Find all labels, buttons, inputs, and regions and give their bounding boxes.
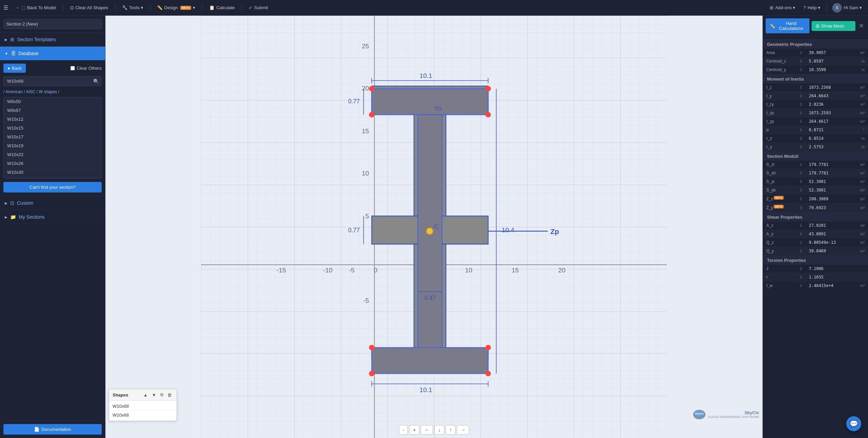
prop-unit-cell: in⁴ <box>851 109 868 117</box>
search-icon[interactable]: 🔍 <box>93 79 99 84</box>
shapes-panel-item[interactable]: W10x68 <box>109 411 177 419</box>
tools-btn[interactable]: 🔧 Tools ▾ <box>119 4 147 12</box>
prop-info-icon[interactable]: ℹ <box>797 203 805 212</box>
svg-text:Zp: Zp <box>550 228 559 235</box>
hamburger-menu[interactable]: ☰ <box>3 4 8 11</box>
clear-all-shapes-btn[interactable]: ⊡ Clear All Shapes <box>67 4 112 12</box>
shapes-list: W10x68W10x68 <box>109 401 177 421</box>
prop-value-cell: 6.8514 <box>805 134 851 143</box>
prop-info-icon[interactable]: ℹ <box>797 273 805 282</box>
calculate-btn[interactable]: 📋 Calculate <box>206 4 238 12</box>
shape-list[interactable]: W6x50W8x67W10x12W10x15W10x17W10x19W10x22… <box>3 97 102 179</box>
canvas-nav-buttons: - + ← ↓ ↑ → <box>105 425 763 435</box>
prop-section-title-1: Moment of Inertia <box>763 74 868 83</box>
help-btn[interactable]: ? Help ▾ <box>800 4 824 12</box>
prop-info-icon[interactable]: ℹ <box>797 221 805 230</box>
hand-calculations-button[interactable]: ✏️ Hand Calculations <box>766 18 809 33</box>
shape-list-item[interactable]: W10x15 <box>4 124 101 133</box>
shape-list-item[interactable]: W10x19 <box>4 141 101 150</box>
pan-left-btn[interactable]: ← <box>421 425 433 435</box>
back-label: Back <box>12 66 22 71</box>
prop-value-cell: 52.3081 <box>805 178 850 186</box>
clear-others-checkbox[interactable] <box>70 66 75 70</box>
shape-list-item[interactable]: W6x50 <box>4 97 101 106</box>
prop-info-icon[interactable]: ℹ <box>797 49 805 57</box>
prop-row: A_zℹ27.0201in² <box>763 221 868 230</box>
pan-right-btn[interactable]: → <box>457 425 469 435</box>
database-section: ▼ 🗄 Database ● Back Clear Others <box>0 47 105 196</box>
section-templates-header[interactable]: ▶ ⊞ Section Templates <box>0 33 105 46</box>
prop-info-icon[interactable]: ℹ <box>797 186 805 195</box>
prop-info-icon[interactable]: ℹ <box>797 195 805 203</box>
shapes-copy-btn[interactable]: ⧉ <box>159 391 165 398</box>
shape-list-item[interactable]: W10x22 <box>4 150 101 159</box>
pan-down-btn[interactable]: ↓ <box>434 425 444 435</box>
shapes-move-up-btn[interactable]: ▲ <box>142 391 149 398</box>
prop-info-icon[interactable]: ℹ <box>797 265 805 273</box>
prop-info-icon[interactable]: ℹ <box>797 117 805 126</box>
pan-up-btn[interactable]: ↑ <box>446 425 455 435</box>
addons-btn[interactable]: ⊞ Add-ons ▾ <box>766 4 799 12</box>
prop-info-icon[interactable]: ℹ <box>797 282 805 290</box>
zoom-out-btn[interactable]: - <box>399 425 408 435</box>
shapes-move-down-btn[interactable]: ▼ <box>150 391 157 398</box>
shape-list-item[interactable]: W10x17 <box>4 133 101 141</box>
database-header[interactable]: ▼ 🗄 Database <box>0 47 105 60</box>
prop-info-icon[interactable]: ℹ <box>797 92 805 100</box>
documentation-button[interactable]: 📄 Documentation <box>3 424 102 435</box>
prop-info-icon[interactable]: ℹ <box>797 66 805 74</box>
prop-info-icon[interactable]: ℹ <box>797 230 805 238</box>
shape-list-item[interactable]: W8x67 <box>4 106 101 115</box>
close-right-panel-button[interactable]: ✕ <box>857 21 865 31</box>
prop-row: S_zbℹ179.7781in³ <box>763 169 868 178</box>
shapes-panel-item[interactable]: W10x68 <box>109 402 177 411</box>
my-sections-label: My Sections <box>19 214 45 220</box>
skyciv-logo-line1: SkyCiv <box>708 410 759 415</box>
shape-list-item[interactable]: W10x30 <box>4 168 101 177</box>
back-button[interactable]: ● Back <box>3 64 26 73</box>
zoom-in-btn[interactable]: + <box>409 425 419 435</box>
right-panel-header: ✏️ Hand Calculations ⊞ Show Mesh ✕ <box>763 16 868 36</box>
section-select[interactable]: Section 1 Section 2 (New) Section 3 <box>3 19 102 29</box>
shape-list-item[interactable]: W10x33 <box>4 177 101 179</box>
canvas-area[interactable]: 25 20 15 10 5 -5 -15 -10 -5 0 5 10 15 20 <box>105 16 763 438</box>
prop-name-cell: I_zp <box>763 109 797 117</box>
back-to-model-btn[interactable]: ← ⬚ Back To Model <box>12 4 60 12</box>
search-input[interactable] <box>3 76 102 86</box>
prop-info-icon[interactable]: ℹ <box>797 57 805 66</box>
prop-info-icon[interactable]: ℹ <box>797 169 805 178</box>
prop-table-0: Areaℹ39.9057in²Centroid_zℹ5.0597inCentro… <box>763 49 868 74</box>
prop-info-icon[interactable]: ℹ <box>797 143 805 151</box>
prop-row: A_yℹ43.0091in² <box>763 230 868 238</box>
user-menu[interactable]: S Hi Sam ▾ <box>830 2 865 14</box>
my-sections-header[interactable]: ▶ 📁 My Sections <box>0 210 105 224</box>
prop-info-icon[interactable]: ℹ <box>797 109 805 117</box>
custom-header[interactable]: ▶ ⊡ Custom <box>0 196 105 210</box>
shapes-delete-btn[interactable]: 🗑 <box>166 391 173 398</box>
prop-info-icon[interactable]: ℹ <box>797 161 805 169</box>
svg-point-27 <box>369 86 374 91</box>
prop-info-icon[interactable]: ℹ <box>797 126 805 134</box>
prop-info-icon[interactable]: ℹ <box>797 238 805 247</box>
prop-row: I_zpℹ1873.2593in⁴ <box>763 109 868 117</box>
prop-info-icon[interactable]: ℹ <box>797 83 805 92</box>
submit-btn[interactable]: ✓ Submit <box>245 4 271 12</box>
shape-list-item[interactable]: W10x26 <box>4 159 101 168</box>
chat-bubble[interactable]: 💬 <box>846 416 861 431</box>
prop-info-icon[interactable]: ℹ <box>797 178 805 186</box>
prop-info-icon[interactable]: ℹ <box>797 134 805 143</box>
prop-value-cell: 52.3081 <box>805 186 850 195</box>
prop-name-cell: Centroid_z <box>763 57 797 66</box>
main-layout: Section 1 Section 2 (New) Section 3 ▶ ⊞ … <box>0 16 868 438</box>
back-arrow-icon: ← ⬚ <box>16 5 26 10</box>
prop-table-1: I_zℹ1873.2568in⁴I_yℹ264.6643in⁴I_zyℹ2.02… <box>763 83 868 151</box>
my-sections-section: ▶ 📁 My Sections <box>0 210 105 224</box>
prop-info-icon[interactable]: ℹ <box>797 100 805 109</box>
svg-point-31 <box>369 345 374 350</box>
prop-info-icon[interactable]: ℹ <box>797 247 805 255</box>
design-btn[interactable]: ✏️ Design BETA ▾ <box>154 4 199 12</box>
cant-find-button[interactable]: Can't find your section? <box>3 182 102 192</box>
db-controls: ● Back Clear Others <box>3 64 102 73</box>
show-mesh-button[interactable]: ⊞ Show Mesh <box>812 21 855 31</box>
shape-list-item[interactable]: W10x12 <box>4 115 101 124</box>
